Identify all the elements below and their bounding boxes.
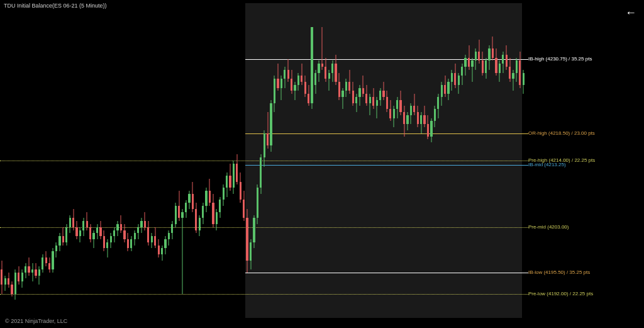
candle	[178, 191, 180, 221]
candle	[154, 227, 156, 249]
candle	[199, 215, 201, 237]
candle	[185, 200, 187, 218]
candle	[464, 55, 466, 76]
candle	[506, 45, 508, 69]
candle	[267, 112, 269, 149]
candle	[434, 106, 436, 127]
candle	[243, 191, 245, 221]
candle	[75, 221, 77, 239]
candle	[92, 230, 94, 249]
candle	[358, 85, 360, 106]
candle	[52, 248, 53, 272]
candle	[212, 194, 214, 227]
candle	[441, 82, 443, 106]
candle	[236, 154, 238, 184]
candle	[325, 58, 326, 82]
candle	[314, 70, 316, 94]
candle	[502, 52, 504, 73]
candle	[420, 112, 422, 133]
candle	[264, 130, 265, 167]
candle	[376, 97, 378, 118]
candle	[335, 55, 336, 85]
candle	[14, 269, 16, 300]
ib-high-label: IB-high (4230.75) / 35.25 pts	[528, 56, 592, 62]
candle	[55, 242, 57, 257]
candle	[58, 233, 60, 251]
candle	[454, 64, 456, 88]
candle	[284, 67, 286, 88]
pre-low-line	[0, 294, 528, 295]
candle	[386, 91, 388, 112]
candle	[369, 94, 371, 115]
candle	[18, 266, 19, 285]
candle	[99, 221, 101, 239]
candle	[103, 230, 105, 252]
candle	[461, 64, 463, 85]
candle	[38, 266, 40, 285]
candle	[110, 233, 112, 248]
candle	[341, 88, 343, 110]
candle	[188, 191, 190, 209]
candle	[495, 48, 497, 76]
candle	[31, 263, 33, 281]
candle	[229, 164, 231, 191]
candle	[482, 52, 484, 76]
candle	[144, 212, 146, 230]
candle	[458, 73, 460, 94]
candle	[195, 203, 197, 233]
candle	[219, 197, 221, 218]
or-high-label: OR-high (4218.50) / 23.00 pts	[528, 130, 595, 136]
candle	[297, 73, 299, 91]
candle	[478, 40, 480, 64]
candle	[389, 100, 391, 122]
candle	[42, 254, 43, 273]
candle	[223, 184, 225, 206]
candle	[35, 263, 36, 278]
candle	[8, 273, 9, 288]
candle	[28, 257, 30, 276]
candle	[226, 172, 228, 196]
candle	[253, 215, 255, 249]
candle	[140, 218, 142, 233]
candle	[396, 97, 398, 118]
candle	[106, 239, 108, 257]
candle	[311, 82, 313, 109]
candle	[403, 106, 405, 136]
candle	[164, 236, 166, 254]
candle	[161, 246, 163, 261]
price-chart[interactable]: IB-high (4230.75) / 35.25 ptsOR-high (42…	[0, 0, 644, 328]
candle	[318, 60, 319, 82]
candle	[116, 221, 118, 236]
candle	[437, 94, 439, 118]
candle	[69, 215, 71, 234]
candle	[175, 203, 177, 227]
candle	[134, 230, 136, 246]
candle	[123, 224, 125, 242]
candle	[512, 70, 514, 91]
candle	[308, 85, 309, 106]
candle	[209, 179, 211, 206]
candle	[130, 236, 132, 251]
ib-mid-label: IB-mid (4213.25)	[528, 162, 566, 167]
candle	[348, 70, 350, 94]
candle	[270, 100, 272, 152]
back-arrow-icon[interactable]: ←	[625, 6, 636, 20]
candle	[192, 182, 194, 212]
candle	[331, 60, 333, 82]
candle	[399, 91, 401, 115]
candle	[523, 70, 525, 94]
candle	[96, 224, 98, 239]
candle	[25, 263, 26, 278]
candle	[379, 88, 381, 106]
candle	[72, 209, 74, 230]
candle	[451, 70, 453, 91]
candle	[48, 257, 50, 273]
candle	[423, 106, 425, 127]
candle	[11, 281, 13, 297]
candle	[240, 172, 242, 203]
candle	[260, 154, 262, 194]
candle	[365, 85, 367, 106]
candle	[362, 76, 364, 97]
candle	[79, 227, 81, 242]
candle	[205, 188, 207, 212]
